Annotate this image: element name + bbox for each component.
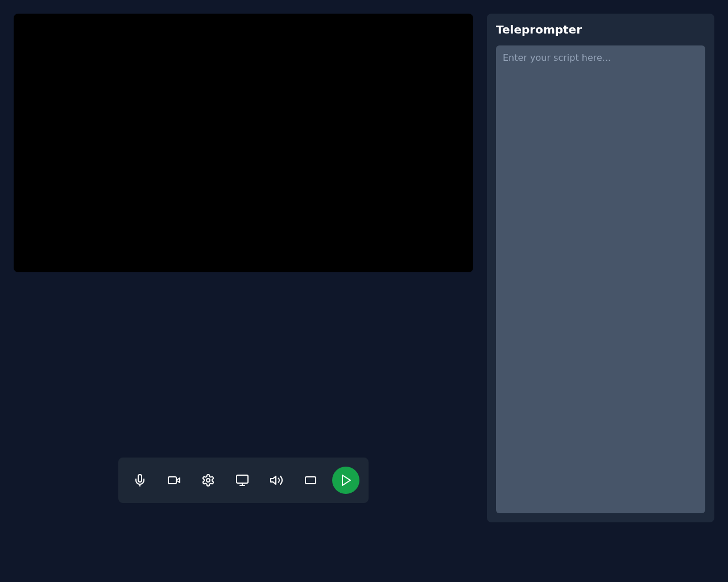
volume-button[interactable]	[264, 468, 289, 493]
gear-icon	[201, 473, 215, 487]
play-button[interactable]	[332, 467, 359, 494]
mic-icon	[133, 473, 147, 487]
play-icon	[339, 473, 353, 487]
rectangle-icon	[304, 473, 317, 487]
teleprompter-toggle-button[interactable]	[298, 468, 323, 493]
monitor-icon	[235, 473, 249, 487]
video-button[interactable]	[162, 468, 187, 493]
mic-button[interactable]	[127, 468, 152, 493]
video-panel	[14, 14, 473, 568]
svg-rect-3	[237, 475, 248, 483]
video-icon	[167, 473, 181, 487]
teleprompter-title: Teleprompter	[496, 23, 705, 36]
svg-marker-8	[342, 475, 350, 485]
teleprompter-panel: Teleprompter	[487, 14, 714, 522]
control-toolbar	[118, 458, 369, 503]
video-preview	[14, 14, 473, 272]
monitor-button[interactable]	[230, 468, 255, 493]
settings-button[interactable]	[196, 468, 221, 493]
svg-rect-7	[305, 477, 316, 484]
script-input[interactable]	[496, 45, 705, 513]
svg-marker-6	[271, 476, 276, 484]
volume-icon	[270, 473, 283, 487]
svg-rect-1	[168, 477, 176, 484]
svg-point-2	[206, 479, 210, 482]
